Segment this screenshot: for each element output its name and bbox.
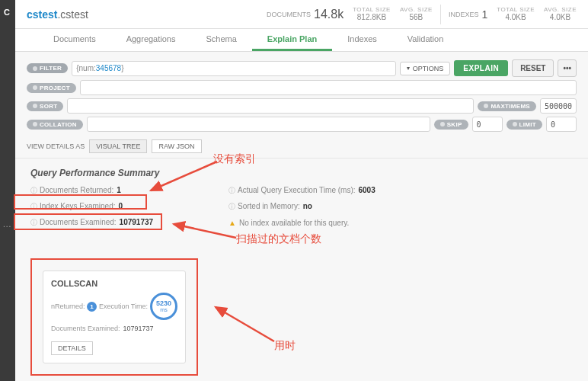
summary-grid: ⓘDocuments Returned:1 ⓘActual Query Exec…	[30, 186, 573, 228]
stage-name: COLLSCAN	[51, 279, 177, 288]
tab-aggregations[interactable]: Aggregations	[111, 29, 191, 51]
documents-label: DOCUMENTS	[267, 11, 311, 18]
summary-title: Query Performance Summary	[30, 168, 573, 178]
svg-line-0	[151, 162, 217, 190]
filter-input[interactable]: {num: 345678}	[72, 61, 396, 76]
exec-time-row: ⓘActual Query Execution Time (ms):6003	[228, 186, 472, 196]
view-as-label: VIEW DETAILS AS	[27, 142, 85, 150]
idx-avg-size-block: AVG. SIZE 4.0KB	[544, 7, 577, 22]
stage-card: COLLSCAN nReturned: 1 Execution Time: 52…	[43, 271, 186, 363]
stage-docs-examined-label: Documents Examined:	[51, 325, 120, 332]
stage-docs-examined-val: 10791737	[123, 325, 154, 332]
collection-tabs: Documents Aggregations Schema Explain Pl…	[15, 29, 588, 52]
avg-size-block: AVG. SIZE 56B	[400, 7, 433, 22]
limit-input[interactable]: 0	[546, 117, 577, 132]
explain-content: Query Performance Summary ⓘDocuments Ret…	[15, 158, 588, 381]
divider	[440, 5, 441, 24]
reset-button[interactable]: RESET	[512, 59, 554, 77]
maxtimems-pill: MAXTIMEMS	[478, 101, 536, 111]
raw-json-button[interactable]: RAW JSON	[152, 139, 201, 153]
arrow-icon	[209, 303, 278, 345]
namespace-coll: .cstest	[57, 8, 88, 21]
sorted-mem-row: ⓘSorted in Memory:no	[228, 202, 472, 212]
annotation-docs-scanned: 扫描过的文档个数	[236, 232, 321, 246]
info-icon: ⓘ	[30, 187, 37, 194]
main-panel: cstest.cstest DOCUMENTS 14.8k TOTAL SIZE…	[15, 0, 588, 381]
sidebar-logo-icon: C	[4, 8, 10, 17]
more-button[interactable]: •••	[558, 59, 577, 77]
idx-total-size-block: TOTAL SIZE 4.0KB	[497, 7, 535, 22]
index-keys-row: ⓘIndex Keys Examined:0	[30, 202, 228, 212]
options-button[interactable]: ▾OPTIONS	[400, 62, 451, 75]
total-size-block: TOTAL SIZE 812.8KB	[353, 7, 391, 22]
view-as-bar: VIEW DETAILS AS VISUAL TREE RAW JSON	[15, 135, 588, 158]
collation-input[interactable]	[87, 117, 430, 132]
namespace: cstest.cstest	[27, 8, 88, 21]
skip-input[interactable]: 0	[472, 117, 503, 132]
tab-schema[interactable]: Schema	[190, 29, 251, 51]
tab-validation[interactable]: Validation	[392, 29, 459, 51]
info-icon: ⓘ	[228, 187, 235, 194]
arrow-icon	[145, 160, 228, 198]
tab-indexes[interactable]: Indexes	[332, 29, 392, 51]
project-input[interactable]	[80, 80, 577, 95]
tab-documents[interactable]: Documents	[38, 29, 111, 51]
stage-exec-label: Execution Time:	[99, 303, 148, 310]
query-bar: FILTER {num: 345678} ▾OPTIONS EXPLAIN RE…	[15, 52, 588, 132]
indexes-count: 1	[481, 8, 487, 21]
skip-pill: SKIP	[434, 120, 468, 130]
info-icon: ⓘ	[228, 203, 235, 210]
stage-card-outer: COLLSCAN nReturned: 1 Execution Time: 52…	[30, 258, 198, 376]
indexes-label: INDEXES	[449, 11, 479, 18]
collection-header: cstest.cstest DOCUMENTS 14.8k TOTAL SIZE…	[15, 0, 588, 29]
nreturned-badge: 1	[87, 302, 97, 312]
no-index-warning: ▲No index available for this query.	[228, 219, 472, 227]
sidebar-dots-icon: ...	[3, 220, 11, 229]
left-sidebar: C ...	[0, 0, 15, 381]
project-pill: PROJECT	[27, 83, 76, 93]
documents-count: 14.8k	[314, 8, 344, 21]
nreturned-label: nReturned: 1	[51, 302, 97, 312]
explain-button[interactable]: EXPLAIN	[454, 60, 508, 76]
namespace-db: cstest	[27, 8, 57, 21]
filter-pill: FILTER	[27, 63, 68, 73]
tab-explain-plan[interactable]: Explain Plan	[252, 29, 332, 51]
arrow-icon	[168, 221, 240, 244]
sort-pill: SORT	[27, 101, 63, 111]
svg-line-1	[174, 224, 236, 238]
info-icon: ⓘ	[30, 203, 37, 210]
visual-tree-button[interactable]: VISUAL TREE	[89, 139, 147, 153]
exec-time-circle: 5230 ms	[150, 293, 177, 320]
sort-input[interactable]	[67, 98, 474, 114]
details-button[interactable]: DETAILS	[51, 341, 93, 355]
svg-line-2	[216, 307, 274, 341]
info-icon: ⓘ	[30, 219, 37, 226]
collation-pill: COLLATION	[27, 120, 83, 130]
maxtimems-input[interactable]: 500000	[540, 98, 577, 114]
limit-pill: LIMIT	[507, 120, 542, 130]
